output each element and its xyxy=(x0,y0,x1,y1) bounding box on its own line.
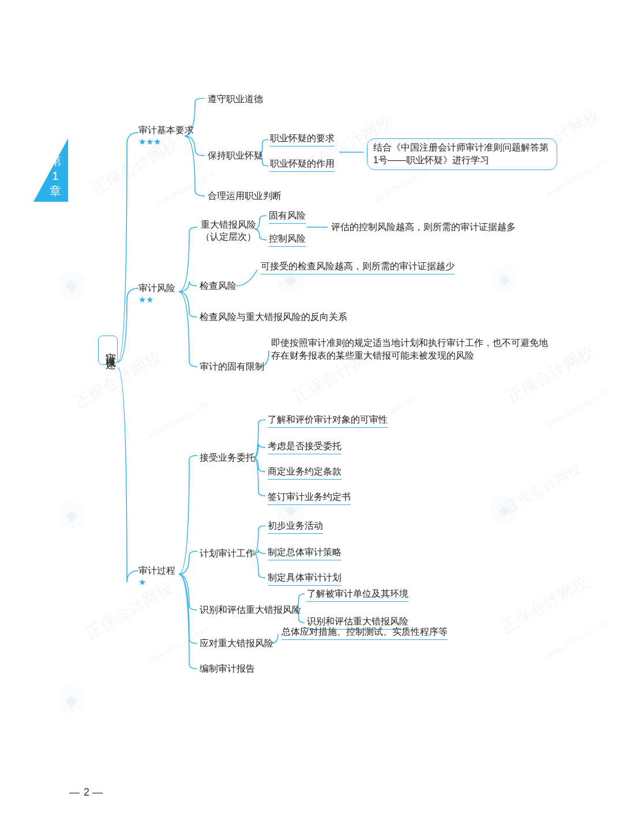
node-material-misstatement: 重大错报风险（认定层次） xyxy=(200,219,257,243)
page-number-value: 2 xyxy=(84,786,89,798)
node-respond: 应对重大错报风险 xyxy=(200,638,273,650)
node-judgment: 合理运用职业判断 xyxy=(208,190,282,202)
node-accept-s3: 商定业务约定条款 xyxy=(268,466,341,480)
chapter-tab: 第 1 章 xyxy=(33,138,68,202)
star-rating: ★ xyxy=(138,577,175,587)
node-skepticism-note: 结合《中国注册会计师审计准则问题解答第1号——职业怀疑》进行学习 xyxy=(367,138,557,170)
watermark: 正保会计网校 xyxy=(503,459,584,517)
watermark-logo: ◆ xyxy=(58,502,85,529)
mindmap-root: 审计概述 xyxy=(98,336,118,365)
node-identify: 识别和评估重大错报风险 xyxy=(200,604,301,616)
chapter-tab-line1: 第 xyxy=(50,153,61,168)
node-label: 审计过程 xyxy=(138,566,175,575)
node-skepticism-req: 职业怀疑的要求 xyxy=(270,133,335,146)
node-skepticism: 保持职业怀疑 xyxy=(208,150,263,162)
node-detection-risk: 检查风险 xyxy=(200,280,237,292)
page-number: — 2 — xyxy=(69,786,104,798)
node-accept-s4: 签订审计业务约定书 xyxy=(268,491,351,505)
node-basic-requirements: 审计基本要求 ★★★ xyxy=(138,125,194,147)
node-plan: 计划审计工作 xyxy=(200,548,255,560)
node-detection-note: 可接受的检查风险越高，则所需的审计证据越少 xyxy=(261,261,455,274)
node-mm-note: 评估的控制风险越高，则所需的审计证据越多 xyxy=(331,221,516,233)
node-inherent-limit: 审计的固有限制 xyxy=(200,361,264,373)
root-label: 审计概述 xyxy=(102,344,119,353)
watermark-logo: ◆ xyxy=(490,496,518,523)
node-plan-s3: 制定具体审计计划 xyxy=(268,572,341,586)
node-audit-risk: 审计风险 ★★ xyxy=(138,282,175,305)
node-accept-s2: 考虑是否接受委托 xyxy=(268,440,341,454)
node-plan-s1: 初步业务活动 xyxy=(268,520,323,534)
node-label: 审计基本要求 xyxy=(138,125,194,135)
node-control-risk: 控制风险 xyxy=(269,233,306,247)
watermark-logo: ◆ xyxy=(490,265,518,293)
node-report: 编制审计报告 xyxy=(200,663,255,675)
node-identify-s1: 了解被审计单位及其环境 xyxy=(307,588,408,602)
chapter-tab-line3: 章 xyxy=(50,183,61,198)
node-label: 审计风险 xyxy=(138,283,175,293)
star-rating: ★★ xyxy=(138,295,175,305)
node-audit-process: 审计过程 ★ xyxy=(138,565,175,587)
node-plan-s2: 制定总体审计策略 xyxy=(268,547,341,560)
node-skepticism-effect: 职业怀疑的作用 xyxy=(270,158,335,172)
node-inherent-risk: 固有风险 xyxy=(269,210,306,224)
watermark-url: www.chinaacc.com xyxy=(545,617,609,660)
node-accept-s1: 了解和评价审计对象的可审性 xyxy=(268,414,388,428)
watermark-logo: ◆ xyxy=(58,271,85,299)
node-inverse-relation: 检查风险与重大错报风险的反向关系 xyxy=(200,311,347,323)
star-rating: ★★★ xyxy=(138,137,194,147)
watermark-logo: ◆ xyxy=(58,686,85,714)
node-ethics: 遵守职业道德 xyxy=(208,93,263,106)
watermark-url: www.chinaacc.com xyxy=(545,387,609,429)
chapter-tab-line2: 1 xyxy=(52,168,58,183)
watermark-url: www.chinaacc.com xyxy=(152,168,216,210)
node-inherent-limit-note: 即使按照审计准则的规定适当地计划和执行审计工作，也不可避免地存在财务报表的某些重… xyxy=(271,337,548,363)
node-accept: 接受业务委托 xyxy=(200,452,255,464)
watermark: 正保会计网校 xyxy=(497,571,592,639)
node-respond-sub: 总体应对措施、控制测试、实质性程序等 xyxy=(282,626,448,640)
watermark-url: www.chinaacc.com xyxy=(147,398,211,440)
